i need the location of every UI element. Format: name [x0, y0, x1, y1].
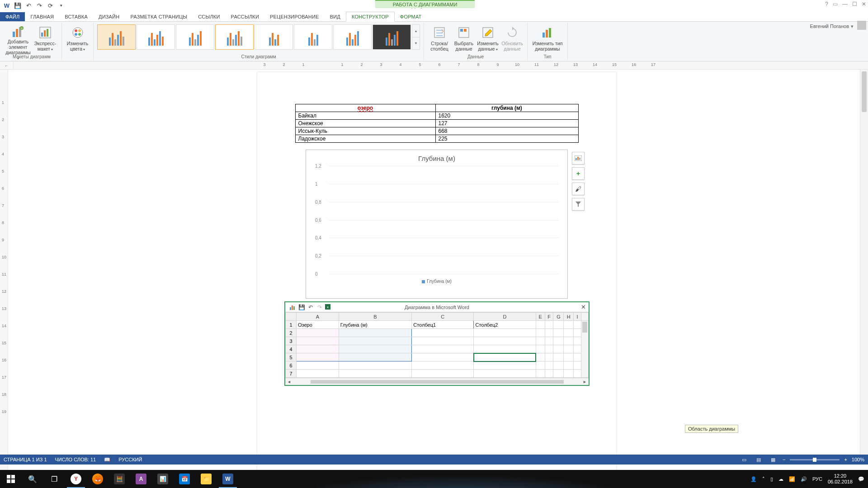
style-gallery-more[interactable]: ▴▾ — [412, 24, 420, 50]
chart-plot-area[interactable]: 00,20,40,60,811,2 — [329, 166, 558, 274]
chart-style-2[interactable] — [137, 24, 175, 50]
tab-insert[interactable]: ВСТАВКА — [59, 12, 93, 21]
select-all-corner[interactable] — [286, 313, 297, 321]
chart-style-1[interactable] — [97, 24, 136, 50]
chart-style-8[interactable] — [373, 24, 411, 50]
tab-design[interactable]: ДИЗАЙН — [93, 12, 125, 21]
taskbar-calendar[interactable]: 📅 — [174, 470, 195, 488]
chart-legend[interactable]: Глубина (м) — [313, 279, 561, 284]
tab-home[interactable]: ГЛАВНАЯ — [25, 12, 59, 21]
horizontal-ruler[interactable]: 3211234567891011121314151617 — [14, 61, 868, 70]
status-language[interactable]: РУССКИЙ — [118, 457, 142, 462]
table-cell-lake[interactable]: Онежское — [295, 120, 435, 127]
view-print-layout-icon[interactable]: ▤ — [754, 456, 764, 463]
taskbar-firefox[interactable]: 🦊 — [87, 470, 108, 488]
y-tick-label: 1 — [315, 181, 318, 186]
edit-data-button[interactable]: Изменить данные — [476, 23, 500, 55]
quick-layout-button[interactable]: Экспресс-макет — [32, 23, 59, 55]
chart-style-5[interactable] — [255, 24, 293, 50]
cell-D5-selected[interactable] — [474, 353, 536, 361]
tab-file[interactable]: ФАЙЛ — [0, 12, 25, 21]
tab-chart-format[interactable]: ФОРМАТ — [395, 12, 427, 21]
svg-text:+: + — [21, 26, 23, 30]
chart-style-4[interactable] — [215, 24, 254, 50]
task-view-icon[interactable]: ❐ — [43, 470, 65, 488]
lake-table[interactable]: озеро глубина (м) Байкал1620Онежское127И… — [295, 104, 579, 143]
cell-A1[interactable]: Озеро — [297, 321, 339, 329]
table-cell-depth[interactable]: 1620 — [435, 112, 578, 120]
zoom-in-icon[interactable]: + — [844, 457, 847, 462]
zoom-slider[interactable] — [790, 459, 840, 460]
tray-notifications-icon[interactable]: 💬 — [858, 476, 864, 482]
taskbar-file-explorer[interactable]: 📁 — [195, 470, 217, 488]
tab-review[interactable]: РЕЦЕНЗИРОВАНИЕ — [264, 12, 325, 21]
table-cell-depth[interactable]: 127 — [435, 120, 578, 127]
document-vscrollbar[interactable] — [860, 70, 868, 455]
status-word-count[interactable]: ЧИСЛО СЛОВ: 11 — [55, 457, 96, 462]
tray-ime[interactable]: РУС — [812, 476, 822, 482]
status-proofing-icon[interactable]: 📖 — [104, 457, 110, 463]
chart-title[interactable]: Глубина (м) — [313, 155, 561, 162]
taskbar-yandex-browser[interactable]: Y — [65, 470, 87, 488]
help-icon[interactable]: ? — [825, 1, 828, 7]
switch-row-column-button[interactable]: Строка/столбец — [427, 23, 452, 55]
change-chart-type-button[interactable]: Изменить тип диаграммы — [530, 23, 565, 55]
tab-page-layout[interactable]: РАЗМЕТКА СТРАНИЦЫ — [125, 12, 193, 21]
view-read-mode-icon[interactable]: ▭ — [739, 456, 749, 463]
tray-network-icon[interactable]: 📶 — [789, 476, 795, 482]
table-cell-lake[interactable]: Байкал — [295, 112, 435, 120]
taskbar-calculator[interactable]: 🧮 — [108, 470, 130, 488]
change-colors-button[interactable]: Изменить цвета — [64, 23, 91, 55]
taskbar-word[interactable]: W — [217, 470, 239, 488]
tab-mailings[interactable]: РАССЫЛКИ — [226, 12, 264, 21]
table-cell-lake[interactable]: Иссык-Куль — [295, 127, 435, 135]
start-button[interactable] — [0, 470, 22, 488]
datasheet-close-icon[interactable]: ✕ — [581, 304, 586, 310]
table-cell-depth[interactable]: 668 — [435, 127, 578, 135]
tray-volume-icon[interactable]: 🔊 — [801, 476, 807, 482]
minimize-icon[interactable]: — — [842, 1, 848, 7]
user-avatar-icon[interactable] — [857, 21, 866, 30]
taskbar-app-2[interactable]: 📊 — [152, 470, 174, 488]
search-icon[interactable]: 🔍 — [22, 470, 43, 488]
view-web-layout-icon[interactable]: ▦ — [768, 456, 778, 463]
cell-B1[interactable]: Глубина (м) — [339, 321, 412, 329]
ribbon-options-icon[interactable]: ▭ — [833, 1, 838, 7]
ribbon: + Добавить элемент диаграммы Экспресс-ма… — [0, 22, 868, 61]
cell-C1[interactable]: Столбец1 — [412, 321, 474, 329]
add-chart-element-button[interactable]: + Добавить элемент диаграммы — [5, 23, 32, 55]
zoom-level[interactable]: 100% — [852, 457, 864, 462]
chart-elements-button[interactable]: + — [572, 167, 585, 180]
document-area[interactable]: озеро глубина (м) Байкал1620Онежское127И… — [14, 70, 860, 474]
zoom-out-icon[interactable]: − — [783, 457, 785, 462]
chart-layout-options-button[interactable] — [572, 152, 585, 164]
close-icon[interactable]: ✕ — [862, 1, 866, 7]
tab-references[interactable]: ССЫЛКИ — [193, 12, 225, 21]
datasheet-vscrollbar[interactable] — [581, 321, 589, 378]
chart-style-7[interactable] — [333, 24, 372, 50]
table-cell-lake[interactable]: Ладожское — [295, 135, 435, 143]
datasheet-hscrollbar[interactable]: ◄► — [285, 378, 589, 385]
select-data-button[interactable]: Выбрать данные — [452, 23, 476, 55]
maximize-icon[interactable]: ☐ — [852, 1, 857, 7]
table-cell-depth[interactable]: 225 — [435, 135, 578, 143]
tray-up-icon[interactable]: ˄ — [762, 476, 765, 482]
tray-people-icon[interactable]: 👤 — [750, 476, 757, 482]
switch-rowcol-label: Строка/столбец — [427, 41, 452, 52]
chart-object[interactable]: Глубина (м) 00,20,40,60,811,2 Глубина (м… — [306, 150, 568, 299]
chart-filters-button[interactable] — [572, 198, 585, 211]
chart-style-3[interactable] — [176, 24, 214, 50]
tab-view[interactable]: ВИД — [325, 12, 346, 21]
tab-chart-design[interactable]: КОНСТРУКТОР — [346, 12, 395, 22]
chart-datasheet[interactable]: 💾 ↶ ↷ x Диаграмма в Microsoft Word ✕ ABC… — [284, 301, 590, 386]
chart-styles-button[interactable]: 🖌 — [572, 183, 585, 195]
cell-D1[interactable]: Столбец2 — [474, 321, 536, 329]
tray-clock[interactable]: 12:20 06.02.2018 — [828, 473, 853, 485]
chart-style-6[interactable] — [294, 24, 332, 50]
tray-onedrive-icon[interactable]: ☁ — [778, 476, 783, 482]
vertical-ruler[interactable]: 12345678910111213141516171819 — [0, 70, 8, 474]
status-page[interactable]: СТРАНИЦА 1 ИЗ 1 — [4, 457, 47, 462]
taskbar-app-1[interactable]: A — [130, 470, 152, 488]
tray-battery-icon[interactable]: ▯ — [770, 476, 773, 482]
datasheet-grid[interactable]: ABCDEFGHI 1 Озеро Глубина (м) Столбец1 С… — [285, 312, 589, 378]
